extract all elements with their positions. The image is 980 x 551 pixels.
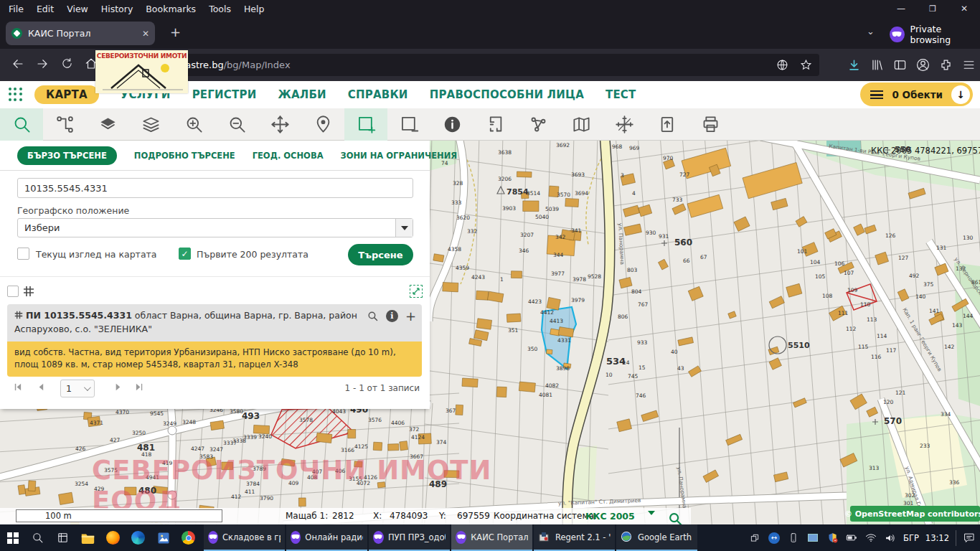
task-view-icon[interactable] [50,524,75,551]
info-tool-button[interactable] [430,108,473,141]
nav-item-правоспособни лица[interactable]: ПРАВОСПОСОБНИ ЛИЦА [430,88,584,101]
back-icon[interactable] [6,57,30,73]
menu-edit[interactable]: Edit [37,4,54,14]
tab-close-icon[interactable]: ✕ [142,29,149,39]
file-explorer-icon[interactable] [75,524,100,551]
first-200-checkbox[interactable]: ✓ [179,248,191,260]
app-menu-icon[interactable] [962,58,976,72]
result-add-icon[interactable]: + [405,310,416,322]
osm-attribution[interactable]: © OpenStreetMap contributors. [850,506,980,522]
account-icon[interactable] [916,58,930,72]
maximize-button[interactable]: ❒ [917,4,948,14]
geo-select-arrow-icon[interactable] [395,219,413,237]
menu-help[interactable]: Help [244,4,265,14]
language-indicator[interactable]: БГР [903,533,919,543]
status-search-icon[interactable] [667,511,683,524]
pan-tool-button[interactable] [258,108,301,141]
print-tool-button[interactable] [689,108,732,141]
taskbar-window-firefox-private[interactable]: ПУП ПРЗ_одоб... [369,524,450,551]
nav-item-жалби[interactable]: ЖАЛБИ [278,88,326,101]
crs-dropdown-caret[interactable] [648,511,655,515]
export-tool-button[interactable] [646,108,689,141]
rect-plus-tool-button[interactable] [344,108,387,141]
apps-grid-icon[interactable] [9,88,23,102]
clock[interactable]: 13:12 [925,533,949,543]
taskbar-window-regent[interactable]: Regent 2.1 - "C... [534,524,615,551]
nav-item-тест[interactable]: ТЕСТ [606,88,636,101]
firefox-icon[interactable] [100,524,126,551]
panel-tab-3[interactable]: ЗОНИ НА ОГРАНИЧЕНИЯ [341,151,458,161]
first-page-icon[interactable] [13,382,22,394]
defender-icon[interactable] [826,532,839,543]
location-tool-button[interactable] [301,108,344,141]
hidden-icons[interactable] [748,533,761,543]
objects-download-icon[interactable]: ↓ [951,85,970,104]
prev-page-icon[interactable] [36,382,45,394]
last-page-icon[interactable] [135,382,144,394]
scale-value[interactable]: 2812 [332,511,354,521]
taskbar-window-firefox-private[interactable]: КАИС Портал ... [451,524,532,551]
display-icon[interactable] [806,534,819,542]
chrome-icon[interactable] [176,524,201,551]
taskbar-search-icon[interactable] [25,524,50,551]
minimize-button[interactable]: — [885,4,917,14]
expand-results-icon[interactable] [410,285,423,298]
url-bar[interactable]: kais.cadastre.bg/bg/Map/Index [108,54,819,76]
edge-icon[interactable] [126,524,151,551]
menu-tools[interactable]: Tools [209,4,231,14]
forward-icon[interactable] [30,57,55,73]
search-input[interactable] [17,178,413,198]
tab-list-chevron-icon[interactable]: ⌄ [867,26,875,37]
menu-history[interactable]: History [101,4,133,14]
nav-item-регистри[interactable]: РЕГИСТРИ [192,88,257,101]
close-button[interactable]: ✕ [948,4,980,14]
map-tool-button[interactable] [560,108,603,141]
page-select[interactable]: 1 [60,380,95,397]
menu-bookmarks[interactable]: Bookmarks [146,4,196,14]
volume-icon[interactable] [884,533,897,543]
sidebar-icon[interactable] [893,58,907,72]
extensions-puzzle-icon[interactable] [939,58,953,72]
panel-tab-0[interactable]: БЪРЗО ТЪРСЕНЕ [17,146,117,165]
library-icon[interactable] [870,58,884,72]
result-info-icon[interactable]: i [386,310,398,322]
zoom-out-tool-button[interactable] [215,108,258,141]
battery-icon[interactable] [845,533,858,542]
crosshair-tool-button[interactable] [603,108,646,141]
nav-item-карта[interactable]: КАРТА [34,85,99,104]
search-tool-button[interactable] [0,108,43,141]
wifi-icon[interactable] [864,533,877,542]
search-button[interactable]: Търсене [348,244,413,265]
downloads-icon[interactable] [847,58,861,72]
nav-item-справки[interactable]: СПРАВКИ [348,88,408,101]
current-view-checkbox[interactable] [17,248,29,260]
objects-pill[interactable]: 0 Обекти ↓ [860,83,973,106]
panel-tab-1[interactable]: ПОДРОБНО ТЪРСЕНЕ [134,151,235,161]
layers-stack-tool-button[interactable] [129,108,172,141]
rect-minus-tool-button[interactable] [387,108,430,141]
taskbar-window-firefox-private[interactable]: Складове в гра... [204,524,285,551]
reload-icon[interactable] [55,57,79,72]
geo-select[interactable]: Избери [17,218,413,237]
polygon-tool-button[interactable] [517,108,560,141]
translate-icon[interactable] [776,59,788,71]
teamviewer-icon[interactable]: ↔ [768,532,781,544]
menu-view[interactable]: View [67,4,88,14]
crs-value[interactable]: ККС 2005 [585,511,635,522]
route-tool-button[interactable] [43,108,86,141]
tab-kais-portal[interactable]: КАИС Портал ✕ [6,22,155,45]
start-button[interactable] [0,524,25,551]
taskbar-window-firefox-private[interactable]: Онлайн радио ... [286,524,367,551]
panel-tab-2[interactable]: ГЕОД. ОСНОВА [253,151,324,161]
menu-file[interactable]: File [9,4,24,14]
new-tab-button[interactable]: + [170,26,181,39]
zoom-in-tool-button[interactable] [172,108,215,141]
phone-link-icon[interactable] [787,532,800,543]
layers-tool-button[interactable] [86,108,129,141]
photos-icon[interactable] [151,524,176,551]
next-page-icon[interactable] [113,382,123,394]
action-center-icon[interactable] [963,532,976,543]
measure-tool-button[interactable] [473,108,517,141]
zoom-to-result-icon[interactable] [367,310,379,322]
select-all-checkbox[interactable] [7,286,19,297]
